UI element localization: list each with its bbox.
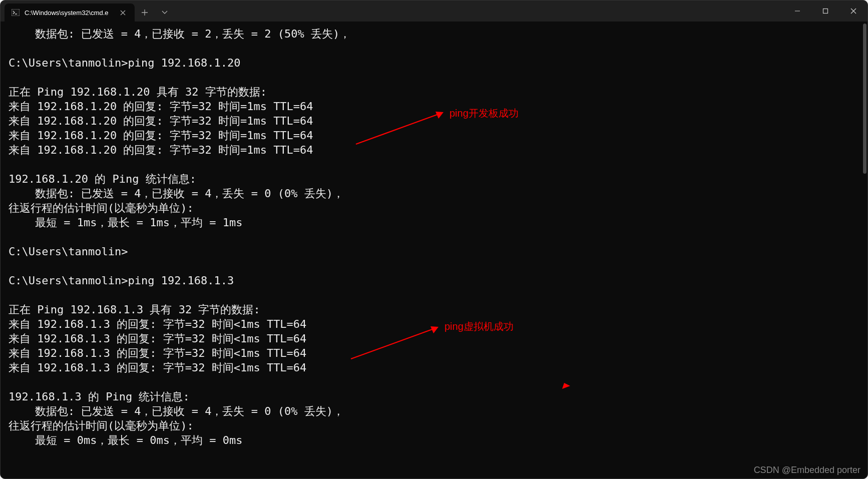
terminal-line: 数据包: 已发送 = 4，已接收 = 4，丢失 = 0 (0% 丢失)，: [9, 186, 859, 201]
terminal-line: 来自 192.168.1.20 的回复: 字节=32 时间=1ms TTL=64: [9, 143, 859, 157]
terminal-line: 来自 192.168.1.3 的回复: 字节=32 时间<1ms TTL=64: [9, 346, 859, 360]
terminal-line: 192.168.1.3 的 Ping 统计信息:: [9, 389, 859, 404]
terminal-window: C:\Windows\system32\cmd.e 数据包: 已发送 = 4，已…: [0, 0, 868, 479]
terminal-line: C:\Users\tanmolin>: [9, 244, 859, 259]
terminal-line: 正在 Ping 192.168.1.3 具有 32 字节的数据:: [9, 302, 859, 317]
terminal-line: 最短 = 0ms，最长 = 0ms，平均 = 0ms: [9, 433, 859, 447]
terminal-line: [9, 70, 859, 85]
terminal-line: C:\Users\tanmolin>ping 192.168.1.20: [9, 56, 859, 70]
cmd-icon: [12, 9, 20, 17]
terminal-line: 往返行程的估计时间(以毫秒为单位):: [9, 418, 859, 433]
terminal-line: 来自 192.168.1.3 的回复: 字节=32 时间<1ms TTL=64: [9, 331, 859, 346]
terminal-line: 来自 192.168.1.20 的回复: 字节=32 时间=1ms TTL=64: [9, 114, 859, 128]
terminal-line: 192.168.1.20 的 Ping 统计信息:: [9, 172, 859, 186]
svg-rect-7: [823, 9, 828, 14]
vertical-scrollbar-thumb[interactable]: [863, 24, 866, 174]
csdn-watermark: CSDN @Embedded porter: [754, 465, 860, 475]
terminal-line: 来自 192.168.1.20 的回复: 字节=32 时间=1ms TTL=64: [9, 128, 859, 143]
terminal-line: C:\Users\tanmolin>ping 192.168.1.3: [9, 273, 859, 288]
terminal-line: 数据包: 已发送 = 4，已接收 = 4，丢失 = 0 (0% 丢失)，: [9, 404, 859, 418]
window-controls: [783, 1, 867, 22]
active-tab[interactable]: C:\Windows\system32\cmd.e: [5, 4, 135, 22]
terminal-line: 往返行程的估计时间(以毫秒为单位):: [9, 201, 859, 215]
terminal-line: [9, 157, 859, 172]
terminal-output[interactable]: 数据包: 已发送 = 4，已接收 = 2，丢失 = 2 (50% 丢失)， C:…: [1, 22, 867, 478]
maximize-button[interactable]: [811, 1, 839, 22]
minimize-button[interactable]: [783, 1, 811, 22]
terminal-line: 数据包: 已发送 = 4，已接收 = 2，丢失 = 2 (50% 丢失)，: [9, 27, 859, 41]
terminal-line: [9, 288, 859, 302]
titlebar[interactable]: C:\Windows\system32\cmd.e: [1, 1, 867, 22]
terminal-line: [9, 259, 859, 273]
tab-title: C:\Windows\system32\cmd.e: [25, 9, 113, 17]
new-tab-button[interactable]: [135, 4, 155, 22]
terminal-line: 正在 Ping 192.168.1.20 具有 32 字节的数据:: [9, 85, 859, 99]
terminal-line: 来自 192.168.1.3 的回复: 字节=32 时间<1ms TTL=64: [9, 360, 859, 375]
terminal-line: 来自 192.168.1.3 的回复: 字节=32 时间<1ms TTL=64: [9, 317, 859, 331]
svg-rect-0: [12, 9, 20, 16]
terminal-line: 来自 192.168.1.20 的回复: 字节=32 时间=1ms TTL=64: [9, 99, 859, 114]
close-button[interactable]: [839, 1, 867, 22]
terminal-line: 最短 = 1ms，最长 = 1ms，平均 = 1ms: [9, 215, 859, 230]
terminal-line: [9, 41, 859, 56]
terminal-line: [9, 230, 859, 244]
tab-close-button[interactable]: [118, 8, 128, 18]
terminal-line: [9, 375, 859, 389]
titlebar-drag-area[interactable]: [175, 1, 783, 22]
tab-dropdown-button[interactable]: [155, 4, 175, 22]
